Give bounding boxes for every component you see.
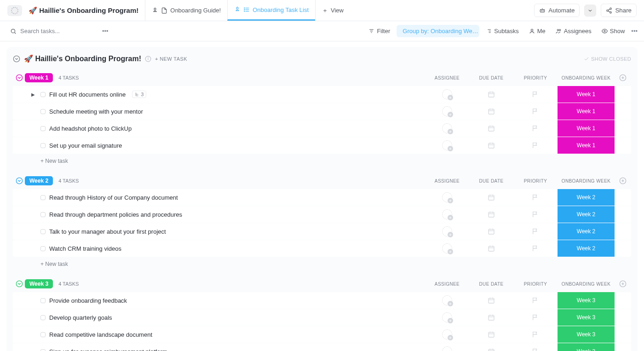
- toolbar-more[interactable]: •••: [631, 28, 638, 35]
- add-view-button[interactable]: ＋ View: [315, 0, 350, 21]
- task-row[interactable]: Set up your email signatureWeek 1: [13, 137, 631, 154]
- status-dot[interactable]: [40, 195, 46, 200]
- task-row[interactable]: Provide onboarding feedbackWeek 3: [13, 292, 631, 309]
- cell-due-date[interactable]: [469, 228, 513, 235]
- add-column[interactable]: [615, 280, 631, 288]
- show-closed-toggle[interactable]: SHOW CLOSED: [584, 56, 631, 62]
- col-priority[interactable]: PRIORITY: [513, 178, 558, 184]
- collapse-list-icon[interactable]: [13, 55, 20, 63]
- task-row[interactable]: Read through department policies and pro…: [13, 206, 631, 223]
- task-name[interactable]: Read competitive landscape document: [49, 331, 152, 338]
- cell-due-date[interactable]: [469, 211, 513, 218]
- show-button[interactable]: Show: [598, 25, 629, 37]
- status-dot[interactable]: [40, 315, 46, 320]
- status-dot[interactable]: [40, 332, 46, 337]
- cell-priority[interactable]: [513, 297, 558, 304]
- cell-due-date[interactable]: [469, 314, 513, 321]
- automate-dropdown[interactable]: [584, 5, 596, 17]
- cell-onboarding-week[interactable]: Week 1: [558, 103, 615, 120]
- cell-assignee[interactable]: [425, 226, 469, 236]
- task-row[interactable]: Add headshot photo to ClickUpWeek 1: [13, 120, 631, 137]
- filter-button[interactable]: Filter: [365, 25, 394, 37]
- status-dot[interactable]: [40, 298, 46, 303]
- cell-due-date[interactable]: [469, 91, 513, 98]
- cell-assignee[interactable]: [425, 192, 469, 202]
- col-due-date[interactable]: DUE DATE: [469, 178, 513, 184]
- task-name[interactable]: Sign up for expense reimbursement platfo…: [49, 348, 167, 351]
- automate-button[interactable]: Automate: [534, 4, 580, 17]
- project-chip[interactable]: [7, 5, 22, 16]
- expand-caret[interactable]: ▶: [31, 92, 37, 97]
- task-name[interactable]: Talk to your manager about your first pr…: [49, 228, 166, 235]
- cell-assignee[interactable]: [425, 312, 469, 322]
- col-onboarding-week[interactable]: ONBOARDING WEEK: [558, 75, 615, 81]
- cell-priority[interactable]: [513, 348, 558, 351]
- assignees-button[interactable]: Assignees: [552, 25, 595, 37]
- status-dot[interactable]: [40, 246, 46, 251]
- cell-assignee[interactable]: [425, 346, 469, 351]
- col-assignee[interactable]: ASSIGNEE: [425, 282, 469, 287]
- cell-onboarding-week[interactable]: Week 3: [558, 292, 615, 309]
- subtask-count[interactable]: 3: [132, 91, 146, 98]
- status-dot[interactable]: [40, 229, 46, 234]
- task-name[interactable]: Add headshot photo to ClickUp: [49, 125, 132, 132]
- status-dot[interactable]: [40, 143, 46, 148]
- group-by-button[interactable]: Group by: Onboarding We…: [397, 25, 479, 37]
- task-row[interactable]: Sign up for expense reimbursement platfo…: [13, 343, 631, 351]
- add-column[interactable]: [615, 74, 631, 81]
- tab-onboarding-guide[interactable]: Onboarding Guide!: [145, 0, 227, 21]
- status-dot[interactable]: [40, 126, 46, 131]
- task-name[interactable]: Provide onboarding feedback: [49, 297, 127, 304]
- task-name[interactable]: Schedule meeting with your mentor: [49, 108, 143, 115]
- cell-priority[interactable]: [513, 228, 558, 235]
- task-name[interactable]: Read through History of our Company docu…: [49, 194, 178, 201]
- task-row[interactable]: ▶Fill out HR documents online3Week 1: [13, 86, 631, 103]
- task-name[interactable]: Develop quarterly goals: [49, 314, 112, 321]
- tab-onboarding-task-list[interactable]: Onboarding Task List: [227, 0, 315, 21]
- cell-priority[interactable]: [513, 142, 558, 149]
- share-button[interactable]: Share: [601, 4, 637, 17]
- cell-due-date[interactable]: [469, 331, 513, 338]
- status-dot[interactable]: [40, 92, 46, 97]
- col-onboarding-week[interactable]: ONBOARDING WEEK: [558, 282, 615, 287]
- cell-assignee[interactable]: [425, 123, 469, 133]
- cell-onboarding-week[interactable]: Week 1: [558, 86, 615, 103]
- col-onboarding-week[interactable]: ONBOARDING WEEK: [558, 178, 615, 184]
- task-row[interactable]: Read through History of our Company docu…: [13, 189, 631, 206]
- collapse-group-toggle[interactable]: [15, 176, 24, 185]
- task-row[interactable]: Watch CRM training videosWeek 2: [13, 240, 631, 257]
- task-name[interactable]: Set up your email signature: [49, 142, 122, 149]
- subtasks-button[interactable]: Subtasks: [482, 25, 522, 37]
- col-priority[interactable]: PRIORITY: [513, 282, 558, 287]
- task-row[interactable]: Read competitive landscape documentWeek …: [13, 326, 631, 343]
- me-button[interactable]: Me: [525, 25, 549, 37]
- cell-assignee[interactable]: [425, 295, 469, 305]
- search-more[interactable]: •••: [102, 28, 109, 35]
- cell-assignee[interactable]: [425, 106, 469, 116]
- cell-onboarding-week[interactable]: Week 2: [558, 206, 615, 223]
- cell-onboarding-week[interactable]: Week 3: [558, 309, 615, 326]
- group-badge[interactable]: Week 1: [25, 73, 53, 82]
- cell-assignee[interactable]: [425, 140, 469, 150]
- group-badge[interactable]: Week 3: [25, 279, 53, 288]
- cell-due-date[interactable]: [469, 348, 513, 351]
- search-input[interactable]: [20, 28, 85, 35]
- col-assignee[interactable]: ASSIGNEE: [425, 75, 469, 81]
- cell-priority[interactable]: [513, 194, 558, 201]
- task-row[interactable]: Talk to your manager about your first pr…: [13, 223, 631, 240]
- cell-due-date[interactable]: [469, 194, 513, 201]
- cell-priority[interactable]: [513, 245, 558, 252]
- cell-priority[interactable]: [513, 314, 558, 321]
- status-dot[interactable]: [40, 109, 46, 114]
- cell-due-date[interactable]: [469, 142, 513, 149]
- new-task-row[interactable]: + New task: [13, 154, 631, 166]
- task-name[interactable]: Watch CRM training videos: [49, 245, 121, 252]
- new-task-inline[interactable]: + NEW TASK: [155, 56, 187, 62]
- cell-onboarding-week[interactable]: Week 2: [558, 240, 615, 257]
- info-icon[interactable]: [145, 56, 151, 62]
- cell-onboarding-week[interactable]: Week 1: [558, 137, 615, 154]
- cell-due-date[interactable]: [469, 245, 513, 252]
- cell-onboarding-week[interactable]: Week 3: [558, 326, 615, 343]
- cell-priority[interactable]: [513, 108, 558, 115]
- cell-onboarding-week[interactable]: Week 2: [558, 189, 615, 206]
